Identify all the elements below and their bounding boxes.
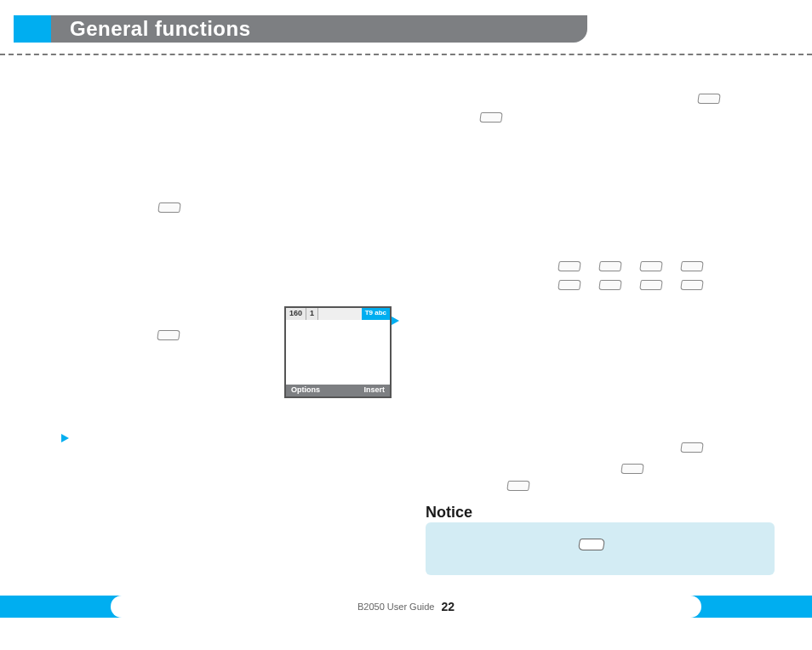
keypad-key-icon <box>639 280 663 290</box>
page-counter: 1 <box>306 308 318 320</box>
keypad-key-cluster <box>558 261 706 294</box>
footer-pill: B2050 User Guide 22 <box>111 596 701 618</box>
phone-screen-mock: 160 1 T9 abc Options Insert <box>284 306 392 398</box>
keypad-key-icon <box>578 539 605 550</box>
callout-arrow-icon <box>392 316 399 325</box>
header-divider <box>0 54 812 55</box>
footer-guide-label: B2050 User Guide <box>357 602 435 612</box>
keypad-key-icon <box>639 261 663 271</box>
footer-page-number: 22 <box>441 600 455 613</box>
keypad-key-icon <box>157 330 180 340</box>
keypad-key-icon <box>697 94 721 104</box>
page-title: General functions <box>70 17 251 41</box>
keypad-key-icon <box>479 112 503 123</box>
keypad-key-icon <box>598 261 622 271</box>
phone-screen-topbar: 160 1 T9 abc <box>286 308 390 320</box>
keypad-key-icon <box>680 280 704 290</box>
char-counter: 160 <box>286 308 306 320</box>
keypad-key-icon <box>680 261 704 271</box>
bullet-arrow-icon <box>61 434 69 442</box>
keypad-key-icon <box>680 442 704 453</box>
keypad-key-icon <box>558 261 581 271</box>
keypad-key-icon <box>558 280 581 290</box>
page-header: General functions <box>0 9 812 46</box>
softkey-left-label: Options <box>291 385 320 396</box>
softkey-right-label: Insert <box>363 385 385 396</box>
keypad-key-icon <box>620 464 644 474</box>
phone-screen-softbar: Options Insert <box>286 385 390 396</box>
keypad-key-icon <box>506 481 530 491</box>
keypad-key-icon <box>598 280 622 290</box>
notice-heading: Notice <box>426 504 472 522</box>
keypad-key-icon <box>157 202 181 213</box>
header-pill: General functions <box>51 15 587 43</box>
input-mode-badge: T9 abc <box>362 308 390 320</box>
